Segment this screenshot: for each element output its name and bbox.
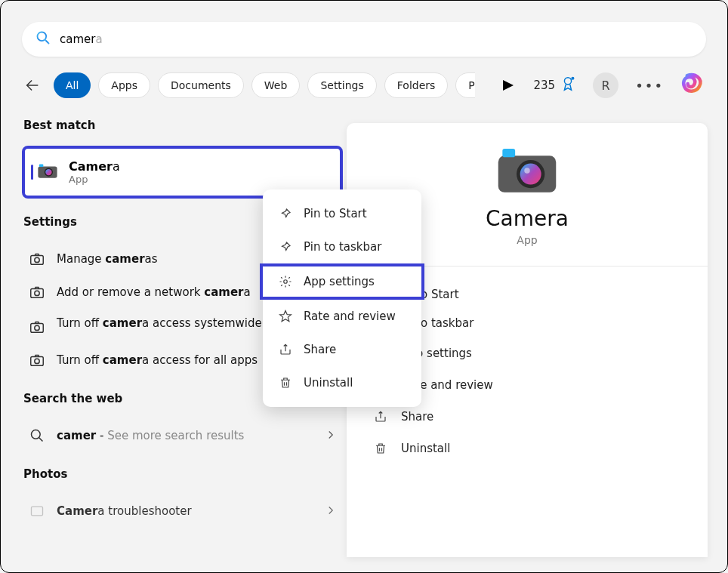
rewards-icon xyxy=(560,75,576,95)
svg-rect-20 xyxy=(32,507,43,516)
svg-marker-29 xyxy=(280,311,292,322)
web-search-camer[interactable]: camer - See more search results xyxy=(22,419,343,452)
menu-uninstall[interactable]: Uninstall xyxy=(263,366,421,399)
svg-rect-22 xyxy=(502,149,515,157)
svg-point-24 xyxy=(520,164,541,185)
photo-icon xyxy=(28,502,46,520)
svg-rect-12 xyxy=(31,288,44,297)
rewards-points[interactable]: 235 xyxy=(534,75,577,95)
photos-camera-troubleshooter[interactable]: Camera troubleshooter xyxy=(22,494,343,528)
pin-icon xyxy=(278,206,293,221)
svg-point-15 xyxy=(35,325,39,330)
gear-icon xyxy=(278,274,293,289)
svg-point-11 xyxy=(35,257,39,262)
copilot-icon[interactable] xyxy=(676,70,706,100)
camera-outline-icon xyxy=(28,351,46,369)
filter-folders[interactable]: Folders xyxy=(384,72,449,98)
camera-icon xyxy=(37,160,58,184)
user-avatar[interactable]: R xyxy=(593,72,618,98)
menu-pin-start[interactable]: Pin to Start xyxy=(263,197,421,230)
svg-rect-7 xyxy=(39,165,44,168)
filter-documents[interactable]: Documents xyxy=(158,72,244,98)
trash-icon xyxy=(372,440,389,457)
svg-point-28 xyxy=(284,280,288,284)
trash-icon xyxy=(278,375,293,390)
filter-row: All Apps Documents Web Settings Folders … xyxy=(22,70,706,100)
action-uninstall[interactable]: Uninstall xyxy=(368,433,686,464)
filter-web[interactable]: Web xyxy=(251,72,301,98)
svg-point-9 xyxy=(45,169,51,175)
svg-point-13 xyxy=(35,291,39,295)
svg-point-25 xyxy=(524,168,529,173)
best-match-heading: Best match xyxy=(23,119,343,132)
camera-icon-large xyxy=(495,144,559,196)
svg-point-17 xyxy=(35,359,39,363)
svg-point-18 xyxy=(32,430,41,439)
back-button[interactable] xyxy=(22,75,43,96)
svg-point-4 xyxy=(565,78,572,85)
context-menu: Pin to Start Pin to taskbar App settings… xyxy=(263,189,421,407)
filter-apps[interactable]: Apps xyxy=(98,72,150,98)
photos-heading: Photos xyxy=(23,467,343,481)
menu-app-settings[interactable]: App settings xyxy=(260,263,424,300)
search-icon xyxy=(35,30,60,48)
chevron-right-icon xyxy=(326,429,335,442)
filter-photos-truncated[interactable]: Ph xyxy=(455,72,475,98)
menu-pin-taskbar[interactable]: Pin to taskbar xyxy=(263,230,421,263)
camera-outline-icon xyxy=(28,250,46,268)
svg-marker-3 xyxy=(503,80,514,91)
camera-outline-icon xyxy=(28,318,46,336)
filter-all[interactable]: All xyxy=(54,72,91,98)
svg-point-5 xyxy=(572,77,575,80)
search-icon xyxy=(28,427,46,445)
share-icon xyxy=(278,342,293,357)
svg-line-1 xyxy=(45,40,49,44)
star-icon xyxy=(278,309,293,324)
more-button[interactable]: ••• xyxy=(635,78,664,94)
search-bar[interactable]: camera xyxy=(22,22,706,57)
svg-rect-10 xyxy=(31,255,44,264)
pin-icon xyxy=(278,239,293,254)
menu-rate-review[interactable]: Rate and review xyxy=(263,300,421,333)
svg-line-19 xyxy=(39,438,43,442)
svg-rect-16 xyxy=(31,356,44,365)
svg-rect-14 xyxy=(31,323,44,332)
search-input[interactable]: camera xyxy=(60,32,693,46)
share-icon xyxy=(372,408,389,425)
menu-share[interactable]: Share xyxy=(263,333,421,366)
chevron-right-icon xyxy=(326,504,335,518)
camera-outline-icon xyxy=(28,283,46,301)
filter-settings[interactable]: Settings xyxy=(307,72,376,98)
play-icon[interactable] xyxy=(501,78,516,93)
